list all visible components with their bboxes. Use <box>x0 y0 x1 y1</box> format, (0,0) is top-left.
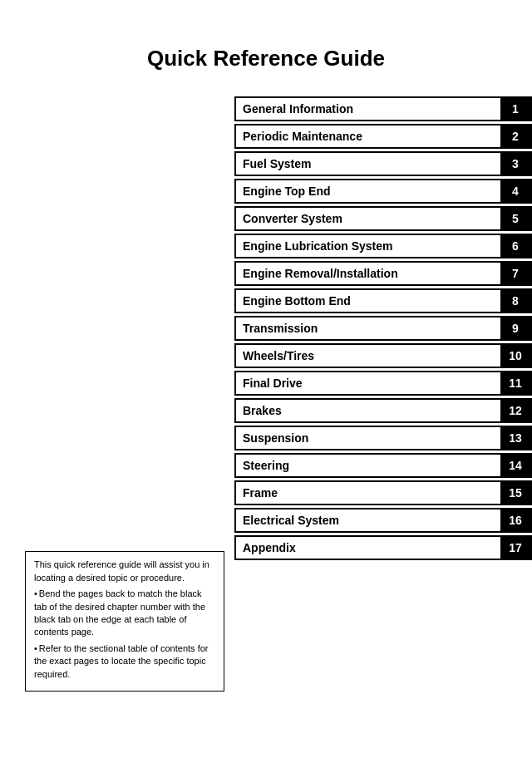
note-intro: This quick reference guide will assist y… <box>34 559 215 584</box>
toc-item[interactable]: Engine Lubrication System6 <box>234 234 532 258</box>
toc-item-label: Engine Bottom End <box>236 290 500 312</box>
toc-item-number: 12 <box>500 400 530 421</box>
toc-item-number: 15 <box>500 482 530 504</box>
toc-item[interactable]: Engine Top End4 <box>234 179 532 204</box>
toc-item-number: 13 <box>500 427 530 449</box>
note-bullets: Bend the pages back to match the black t… <box>34 588 215 681</box>
toc-item-label: Engine Removal/Installation <box>236 263 500 284</box>
toc-item-number: 4 <box>500 180 530 202</box>
toc-item-label: Brakes <box>236 400 500 421</box>
toc-item-number: 8 <box>500 290 530 312</box>
toc-item-label: Appendix <box>236 537 500 559</box>
toc-item[interactable]: Appendix17 <box>234 535 532 560</box>
toc-item[interactable]: Engine Removal/Installation7 <box>234 261 532 286</box>
toc-item-number: 7 <box>500 263 530 284</box>
toc-item-label: Suspension <box>236 427 500 449</box>
toc-item[interactable]: Brakes12 <box>234 398 532 423</box>
toc-item-label: General Information <box>236 98 500 120</box>
toc-item-number: 1 <box>500 98 530 120</box>
toc-item[interactable]: Transmission9 <box>234 316 532 341</box>
toc-item-number: 5 <box>500 208 530 229</box>
toc-item[interactable]: Engine Bottom End8 <box>234 288 532 313</box>
toc-item-label: Engine Top End <box>236 180 500 202</box>
toc-item-number: 10 <box>500 345 530 367</box>
toc-item[interactable]: Frame15 <box>234 480 532 505</box>
page-title: Quick Reference Guide <box>0 0 532 96</box>
toc-list: General Information1Periodic Maintenance… <box>233 96 532 563</box>
toc-item-label: Electrical System <box>236 509 500 531</box>
toc-item-label: Transmission <box>236 317 500 339</box>
toc-item-label: Periodic Maintenance <box>236 126 500 147</box>
note-bullet: Bend the pages back to match the black t… <box>34 588 215 639</box>
toc-item[interactable]: Wheels/Tires10 <box>234 343 532 368</box>
toc-item[interactable]: Final Drive11 <box>234 371 532 396</box>
toc-item-number: 14 <box>500 455 530 476</box>
toc-item-number: 11 <box>500 372 530 394</box>
toc-item[interactable]: Steering14 <box>234 453 532 478</box>
toc-item-label: Final Drive <box>236 372 500 394</box>
toc-item[interactable]: Converter System5 <box>234 206 532 231</box>
toc-item-number: 9 <box>500 317 530 339</box>
toc-item-label: Converter System <box>236 208 500 229</box>
toc-item-number: 2 <box>500 126 530 147</box>
toc-item[interactable]: Suspension13 <box>234 426 532 450</box>
toc-item-number: 3 <box>500 153 530 175</box>
note-bullet: Refer to the sectional table of contents… <box>34 642 215 681</box>
toc-item-label: Steering <box>236 455 500 476</box>
note-box: This quick reference guide will assist y… <box>25 551 224 692</box>
toc-item[interactable]: Fuel System3 <box>234 151 532 176</box>
toc-item-number: 6 <box>500 235 530 257</box>
toc-item[interactable]: General Information1 <box>234 96 532 121</box>
toc-item-number: 17 <box>500 537 530 559</box>
toc-item-label: Frame <box>236 482 500 504</box>
toc-item[interactable]: Electrical System16 <box>234 508 532 533</box>
toc-item-label: Wheels/Tires <box>236 345 500 367</box>
toc-item-number: 16 <box>500 509 530 531</box>
toc-item-label: Fuel System <box>236 153 500 175</box>
toc-item[interactable]: Periodic Maintenance2 <box>234 124 532 149</box>
toc-item-label: Engine Lubrication System <box>236 235 500 257</box>
